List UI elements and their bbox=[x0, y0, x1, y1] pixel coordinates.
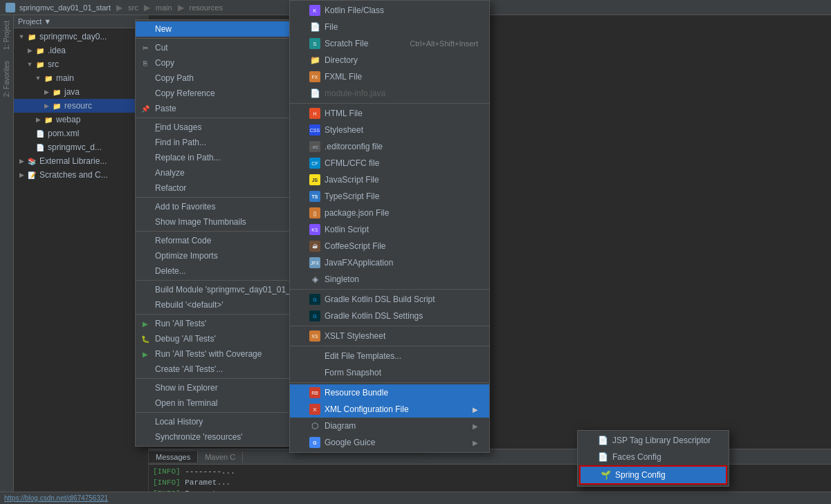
tree-item-springmvc[interactable]: ▼ 📁 springmvc_day0... bbox=[14, 30, 148, 44]
menu-item-label: FXML File bbox=[325, 72, 478, 82]
submenu-item-javascript[interactable]: JS JavaScript File bbox=[290, 171, 489, 188]
create-icon bbox=[140, 364, 151, 375]
submenu-item-javafx[interactable]: JFX JavaFXApplication bbox=[290, 254, 489, 271]
tab-messages[interactable]: Messages bbox=[149, 451, 198, 463]
tree-item-main[interactable]: ▼ 📁 main bbox=[14, 71, 148, 85]
tree-label: Scratches and C... bbox=[39, 170, 108, 180]
file-icon: 📄 bbox=[309, 21, 320, 32]
find-icon bbox=[140, 122, 151, 133]
project-tree: ▼ 📁 springmvc_day0... ▶ 📁 .idea ▼ 📁 src … bbox=[14, 28, 148, 183]
submenu-xml-config: 📄 JSP Tag Library Descriptor 📄 Faces Con… bbox=[577, 430, 729, 487]
tree-arrow: ▶ bbox=[43, 88, 50, 95]
submenu-item-cfml[interactable]: CF CFML/CFC file bbox=[290, 155, 489, 171]
reformat-icon bbox=[140, 235, 151, 246]
sync-icon bbox=[140, 431, 151, 442]
tooltip-url: https://blog.csdn.net/dl674756321 bbox=[4, 494, 108, 502]
ts-icon: TS bbox=[309, 191, 320, 202]
menu-item-label: Resource Bundle bbox=[325, 388, 478, 398]
menu-item-label: Singleton bbox=[325, 274, 478, 284]
submenu-item-stylesheet[interactable]: CSS Stylesheet bbox=[290, 122, 489, 138]
form-icon bbox=[309, 367, 320, 378]
submenu-item-fxml[interactable]: FX FXML File bbox=[290, 68, 489, 85]
terminal-icon bbox=[140, 398, 151, 409]
tree-item-webapp[interactable]: ▶ 📁 webap bbox=[14, 113, 148, 127]
xml-submenu-item-spring-config[interactable]: 🌱 Spring Config bbox=[579, 465, 727, 485]
module-icon: 📄 bbox=[309, 88, 320, 99]
menu-sep bbox=[290, 289, 489, 290]
submenu-item-editorconfig[interactable]: .ec .editorconfig file bbox=[290, 138, 489, 155]
menu-item-label: module-info.java bbox=[325, 88, 478, 98]
tree-item-scratches[interactable]: ▶ 📝 Scratches and C... bbox=[14, 168, 148, 182]
tree-label: pom.xml bbox=[48, 129, 79, 138]
submenu-item-gradle-settings[interactable]: G Gradle Kotlin DSL Settings bbox=[290, 308, 489, 324]
submenu-item-coffeescript[interactable]: ☕ CoffeeScript File bbox=[290, 238, 489, 254]
tree-label: resourc bbox=[64, 101, 92, 111]
submenu-item-google-guice[interactable]: G Google Guice ▶ bbox=[290, 434, 489, 451]
js-icon: JS bbox=[309, 174, 320, 185]
submenu-item-scratch[interactable]: S Scratch File Ctrl+Alt+Shift+Insert bbox=[290, 35, 489, 52]
tree-item-pom[interactable]: ▶ 📄 pom.xml bbox=[14, 127, 148, 140]
kotlin-icon: K bbox=[309, 5, 320, 16]
submenu-item-diagram[interactable]: ⬡ Diagram ▶ bbox=[290, 418, 489, 434]
singleton-icon: ◈ bbox=[309, 274, 320, 285]
xml-icon: 📄 bbox=[35, 128, 46, 139]
res-bundle-icon: RB bbox=[309, 387, 320, 398]
xml-submenu-item-jsp-tag[interactable]: 📄 JSP Tag Library Descriptor bbox=[578, 432, 729, 449]
menu-item-label: File bbox=[325, 22, 478, 32]
project-panel-header[interactable]: Project ▼ bbox=[14, 15, 148, 28]
gradle-icon: G bbox=[309, 294, 320, 305]
tree-arrow: ▶ bbox=[26, 47, 33, 54]
tree-item-resources[interactable]: ▶ 📁 resourc bbox=[14, 99, 148, 113]
submenu-item-form-snapshot[interactable]: Form Snapshot bbox=[290, 364, 489, 381]
submenu-item-html[interactable]: H HTML File bbox=[290, 105, 489, 122]
tree-arrow: ▶ bbox=[18, 158, 25, 165]
submenu-item-xslt[interactable]: XS XSLT Stylesheet bbox=[290, 328, 489, 344]
folder-icon: 📁 bbox=[26, 31, 37, 42]
tree-label: springmvc_d... bbox=[48, 142, 102, 152]
submenu-item-packagejson[interactable]: {} package.json File bbox=[290, 205, 489, 221]
menu-item-label: CoffeeScript File bbox=[325, 241, 478, 251]
submenu-item-gradle-build[interactable]: G Gradle Kotlin DSL Build Script bbox=[290, 291, 489, 308]
submenu-item-typescript[interactable]: TS TypeScript File bbox=[290, 188, 489, 205]
menu-sep bbox=[290, 326, 489, 326]
side-tab-project[interactable]: 1: Project bbox=[1, 15, 12, 55]
submenu-item-kotlin-script[interactable]: KS Kotlin Script bbox=[290, 221, 489, 238]
menu-item-label: HTML File bbox=[325, 109, 478, 118]
tree-item-idea[interactable]: ▶ 📁 .idea bbox=[14, 44, 148, 57]
submenu-item-edit-templates[interactable]: Edit File Templates... bbox=[290, 348, 489, 364]
tree-label: src bbox=[48, 59, 59, 69]
tree-item-external-lib[interactable]: ▶ 📚 External Librarie... bbox=[14, 154, 148, 168]
submenu-arrow: ▶ bbox=[473, 422, 478, 430]
tree-item-java[interactable]: ▶ 📁 java bbox=[14, 85, 148, 99]
side-tab-favorites[interactable]: 2: Favorites bbox=[1, 55, 12, 102]
tree-item-src[interactable]: ▼ 📁 src bbox=[14, 57, 148, 71]
side-tabs-panel: 1: Project 2: Favorites bbox=[0, 15, 14, 504]
xml-submenu-item-faces-config[interactable]: 📄 Faces Config bbox=[578, 449, 729, 465]
submenu-item-singleton[interactable]: ◈ Singleton bbox=[290, 271, 489, 288]
project-dropdown[interactable]: Project ▼ bbox=[18, 17, 51, 26]
menu-item-label: Directory bbox=[325, 55, 478, 65]
tab-maven[interactable]: Maven C bbox=[198, 451, 243, 463]
submenu-item-file[interactable]: 📄 File bbox=[290, 19, 489, 35]
html-icon: H bbox=[309, 108, 320, 119]
faces-icon: 📄 bbox=[597, 451, 608, 463]
submenu-item-directory[interactable]: 📁 Directory bbox=[290, 52, 489, 68]
tree-item-springmvc-file[interactable]: ▶ 📄 springmvc_d... bbox=[14, 140, 148, 154]
copy-ref-icon bbox=[140, 88, 151, 99]
template-icon bbox=[309, 351, 320, 362]
submenu-item-resource-bundle[interactable]: RB Resource Bundle bbox=[290, 384, 489, 401]
tree-arrow: ▼ bbox=[26, 61, 33, 68]
submenu-item-kotlin[interactable]: K Kotlin File/Class bbox=[290, 2, 489, 19]
pkg-icon: {} bbox=[309, 207, 320, 218]
rebuild-icon bbox=[140, 299, 151, 310]
folder-icon: 📁 bbox=[51, 86, 62, 97]
submenu-item-module-info[interactable]: 📄 module-info.java bbox=[290, 85, 489, 102]
menu-item-label: Edit File Templates... bbox=[325, 351, 478, 361]
new-icon bbox=[140, 24, 151, 35]
kts-icon: KS bbox=[309, 224, 320, 235]
folder-icon: 📁 bbox=[35, 45, 46, 56]
menu-sep bbox=[290, 103, 489, 104]
gradle-settings-icon: G bbox=[309, 310, 320, 321]
folder-icon: 📁 bbox=[51, 100, 62, 111]
submenu-item-xml-config[interactable]: X XML Configuration File ▶ bbox=[290, 401, 489, 418]
